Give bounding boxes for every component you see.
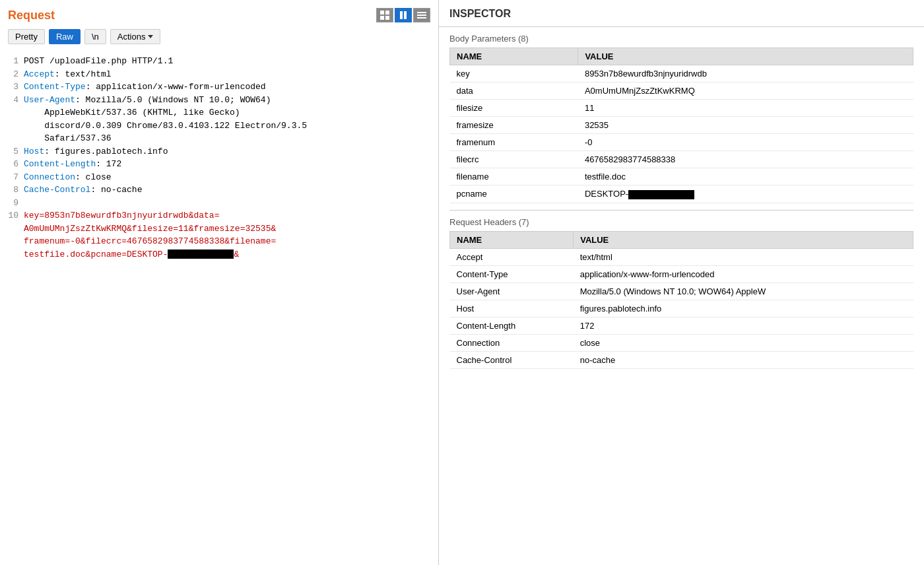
- param-name: key: [450, 65, 578, 83]
- param-name: filename: [450, 168, 578, 185]
- code-line-10b: framenum=-0&filecrc=4676582983774588338&…: [8, 235, 430, 248]
- code-line-4b: discord/0.0.309 Chrome/83.0.4103.122 Ele…: [8, 119, 430, 133]
- chevron-down-icon: [148, 35, 153, 38]
- param-name: filecrc: [450, 151, 578, 168]
- table-row: framenum-0: [450, 134, 913, 151]
- toolbar: Pretty Raw \n Actions: [0, 29, 438, 50]
- table-row: User-AgentMozilla/5.0 (Windows NT 10.0; …: [450, 282, 913, 300]
- toggle-columns-button[interactable]: [395, 8, 412, 22]
- actions-button[interactable]: Actions: [110, 29, 161, 44]
- param-value: testfile.doc: [578, 168, 913, 185]
- code-line-1: 1 POST /uploadFile.php HTTP/1.1: [8, 55, 430, 68]
- body-params-table: NAME VALUE key8953n7b8ewurdfb3njnyuridrw…: [449, 48, 913, 203]
- table-row: filesize11: [450, 100, 913, 117]
- code-line-3: 3 Content-Type: application/x-www-form-u…: [8, 81, 430, 94]
- line-num: 8: [8, 183, 18, 197]
- line-num: [8, 132, 18, 145]
- body-params-header-row: NAME VALUE: [450, 48, 913, 65]
- request-headers-header-row: NAME VALUE: [450, 231, 913, 248]
- header-name: Host: [24, 147, 44, 156]
- raw-button[interactable]: Raw: [49, 29, 81, 44]
- toggle-list-button[interactable]: [413, 8, 430, 22]
- line-num: [8, 235, 18, 248]
- line-num: [8, 222, 18, 236]
- left-panel: Request: [0, 0, 439, 565]
- param-value: 8953n7b8ewurdfb3njnyuridrwdb: [578, 65, 913, 83]
- line-content: User-Agent: Mozilla/5.0 (Windows NT 10.0…: [24, 94, 430, 107]
- param-value: 11: [578, 100, 913, 117]
- header-value: : 172: [96, 159, 121, 169]
- header-value: : Mozilla/5.0 (Windows NT 10.0; WOW64): [75, 95, 271, 105]
- right-panel: INSPECTOR Body Parameters (8) NAME VALUE…: [439, 0, 924, 565]
- line-content: Accept: text/html: [24, 68, 430, 81]
- param-name: pcname: [450, 185, 578, 203]
- actions-label: Actions: [117, 32, 146, 42]
- name-col-header: NAME: [450, 48, 578, 65]
- panel-title: Request: [8, 9, 55, 22]
- header-name: User-Agent: [450, 282, 574, 300]
- line-num: [8, 119, 18, 133]
- body-value-prefix: testfile.doc&pcname=DESKTOP-: [24, 249, 168, 259]
- list-icon: [417, 12, 426, 18]
- header-value: text/html: [574, 248, 913, 265]
- request-headers-section: Request Headers (7) NAME VALUE Accepttex…: [439, 211, 924, 376]
- param-name: framesize: [450, 117, 578, 134]
- line-content: A0mUmUMnjZszZtKwKRMQ&filesize=11&framesi…: [24, 222, 430, 236]
- param-value: -0: [578, 134, 913, 151]
- columns-icon: [400, 11, 407, 19]
- line-content: [24, 197, 430, 210]
- line-num: 6: [8, 158, 18, 171]
- header-value: : no-cache: [90, 185, 142, 195]
- table-row: Content-Length172: [450, 317, 913, 334]
- code-line-4: 4 User-Agent: Mozilla/5.0 (Windows NT 10…: [8, 94, 430, 107]
- body-value-suffix: &: [234, 249, 239, 259]
- param-value: A0mUmUMnjZszZtKwKRMQ: [578, 83, 913, 100]
- param-name: data: [450, 83, 578, 100]
- line-num: 7: [8, 171, 18, 184]
- newline-button[interactable]: \n: [84, 29, 106, 44]
- line-num: 3: [8, 81, 18, 94]
- header-name: Content-Length: [24, 159, 96, 169]
- line-num: [8, 248, 18, 261]
- header-value: 172: [574, 317, 913, 334]
- header-value: : close: [75, 172, 112, 182]
- header-name: User-Agent: [24, 95, 75, 105]
- code-line-5: 5 Host: figures.pablotech.info: [8, 145, 430, 158]
- line-content: Connection: close: [24, 171, 430, 184]
- line-num: 9: [8, 197, 18, 210]
- param-name: filesize: [450, 100, 578, 117]
- param-value: 4676582983774588338: [578, 151, 913, 168]
- param-name: framenum: [450, 134, 578, 151]
- code-line-9: 9: [8, 197, 430, 210]
- header-name: Accept: [24, 69, 55, 79]
- line-num: 5: [8, 145, 18, 158]
- header-value: application/x-www-form-urlencoded: [574, 265, 913, 282]
- request-headers-table: NAME VALUE Accepttext/htmlContent-Typeap…: [449, 231, 913, 369]
- redacted-value: [628, 190, 694, 199]
- code-line-10c: testfile.doc&pcname=DESKTOP-&: [8, 248, 430, 261]
- pretty-button[interactable]: Pretty: [8, 29, 45, 44]
- code-line-10: 10 key=8953n7b8ewurdfb3njnyuridrwdb&data…: [8, 209, 430, 222]
- code-line-2: 2 Accept: text/html: [8, 68, 430, 81]
- code-line-7: 7 Connection: close: [8, 171, 430, 184]
- grid-icon: [380, 11, 389, 20]
- param-value: DESKTOP-: [578, 185, 913, 203]
- code-line-8: 8 Cache-Control: no-cache: [8, 183, 430, 197]
- redacted-value: [168, 249, 234, 259]
- table-row: Content-Typeapplication/x-www-form-urlen…: [450, 265, 913, 282]
- line-num: 4: [8, 94, 18, 107]
- code-line-10a: A0mUmUMnjZszZtKwKRMQ&filesize=11&framesi…: [8, 222, 430, 236]
- line-num: 10: [8, 209, 18, 222]
- header-name: Cache-Control: [24, 185, 90, 195]
- header-name: Content-Type: [24, 82, 86, 92]
- panel-header: Request: [0, 8, 438, 29]
- line-content: Content-Type: application/x-www-form-url…: [24, 81, 430, 94]
- toggle-grid-button[interactable]: [376, 8, 393, 22]
- table-row: Accepttext/html: [450, 248, 913, 265]
- value-col-header: VALUE: [574, 231, 913, 248]
- name-col-header: NAME: [450, 231, 574, 248]
- line-content: Host: figures.pablotech.info: [24, 145, 430, 158]
- line-content: discord/0.0.309 Chrome/83.0.4103.122 Ele…: [24, 119, 430, 133]
- table-row: filecrc4676582983774588338: [450, 151, 913, 168]
- code-line-4a: AppleWebKit/537.36 (KHTML, like Gecko): [8, 106, 430, 119]
